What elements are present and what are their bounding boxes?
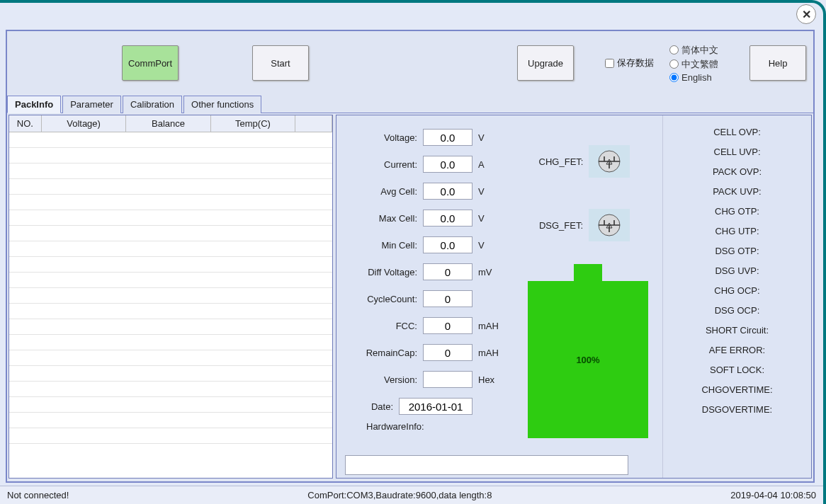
current-value[interactable]: [423, 156, 473, 173]
center-column: CHG_FET: DSG_FET: 100%: [507, 115, 662, 478]
table-row: [9, 382, 332, 397]
fault-chg-otp: CHG OTP:: [715, 206, 759, 217]
status-connection: Not connected!: [7, 490, 69, 500]
fault-chg-utp: CHG UTP:: [715, 226, 759, 236]
save-data-label: 保存数据: [617, 57, 654, 69]
col-no[interactable]: NO.: [9, 115, 42, 132]
col-temp[interactable]: Temp(C): [211, 115, 295, 132]
cycle-label: CycleCount:: [336, 294, 417, 304]
dsgfet-label: DSG_FET:: [539, 220, 583, 231]
info-panel: Voltage:V Current:A Avg Cell:V Max Cell:…: [336, 115, 812, 479]
upgrade-button[interactable]: Upgrade: [517, 45, 574, 81]
table-row: [9, 335, 332, 350]
language-radios: 简体中文 中文繁體 English: [669, 44, 718, 83]
table-row: [9, 148, 332, 164]
fault-dsg-otp: DSG OTP:: [715, 246, 759, 256]
toolbar: CommPort Start Upgrade 保存数据 简体中文 中文繁體 En…: [7, 31, 813, 95]
table-row: [9, 210, 332, 226]
comm-port-button[interactable]: CommPort: [122, 45, 179, 81]
table-row: [9, 132, 332, 148]
maxcell-value[interactable]: [423, 210, 473, 227]
save-data-check[interactable]: [605, 59, 614, 68]
battery-percent: 100%: [576, 355, 599, 365]
version-value[interactable]: [423, 371, 473, 388]
fault-softlock: SOFT LOCK:: [710, 365, 764, 375]
table-row: [9, 164, 332, 179]
current-label: Current:: [336, 159, 417, 170]
fcc-unit: mAH: [478, 321, 502, 331]
tab-body: NO. Voltage) Balance Temp(C): [7, 113, 813, 480]
start-button[interactable]: Start: [252, 45, 309, 81]
diffv-value[interactable]: [423, 263, 473, 280]
table-row: [9, 319, 332, 335]
fault-dsg-uvp: DSG UVP:: [715, 265, 759, 276]
table-row: [9, 195, 332, 210]
fault-cell-ovp: CELL OVP:: [713, 127, 761, 137]
table-row: [9, 226, 332, 241]
faults-column: CELL OVP: CELL UVP: PACK OVP: PACK UVP: …: [662, 115, 811, 478]
hwinfo-field[interactable]: [345, 455, 628, 475]
metrics-column: Voltage:V Current:A Avg Cell:V Max Cell:…: [336, 115, 507, 478]
fault-short: SHORT Circuit:: [706, 325, 769, 336]
status-datetime: 2019-04-04 10:08:50: [730, 490, 816, 500]
avgcell-label: Avg Cell:: [336, 186, 417, 197]
mincell-value[interactable]: [423, 236, 473, 253]
fault-pack-uvp: PACK UVP:: [713, 186, 761, 197]
table-row: [9, 413, 332, 428]
mincell-unit: V: [478, 240, 502, 251]
battery-icon: 100%: [528, 264, 648, 438]
tab-parameter[interactable]: Parameter: [62, 96, 121, 113]
table-row: [9, 179, 332, 195]
fault-dsgot: DSGOVERTIME:: [702, 404, 772, 415]
hwinfo-label: HardwareInfo:: [366, 421, 424, 432]
grid-header: NO. Voltage) Balance Temp(C): [9, 115, 332, 132]
save-data-checkbox[interactable]: 保存数据: [605, 57, 654, 69]
table-row: [9, 428, 332, 444]
table-row: [9, 273, 332, 288]
maxcell-label: Max Cell:: [336, 213, 417, 224]
table-row: [9, 397, 332, 413]
cycle-value[interactable]: [423, 290, 473, 307]
fault-afe: AFE ERROR:: [709, 345, 765, 355]
grid-rows: [9, 132, 332, 476]
fault-dsg-ocp: DSG OCP:: [715, 305, 760, 316]
date-label: Date:: [336, 401, 393, 412]
col-balance[interactable]: Balance: [126, 115, 210, 132]
voltage-value[interactable]: [423, 129, 473, 146]
tab-other[interactable]: Other functions: [183, 96, 261, 113]
fault-chg-ocp: CHG OCP:: [714, 285, 759, 296]
status-bar: Not connected! ComPort:COM3,Baudrate:960…: [0, 486, 823, 504]
tab-bar: PackInfo Parameter Calibration Other fun…: [7, 95, 813, 113]
fcc-value[interactable]: [423, 317, 473, 334]
mincell-label: Min Cell:: [336, 240, 417, 251]
avgcell-unit: V: [478, 186, 502, 197]
close-icon[interactable]: ✕: [796, 4, 816, 24]
fault-chgot: CHGOVERTIME:: [701, 384, 772, 395]
tab-calibration[interactable]: Calibration: [123, 96, 182, 113]
dsgfet-icon: [589, 209, 630, 241]
app-window: ✕ CommPort Start Upgrade 保存数据 简体中文 中文繁體 …: [0, 0, 826, 504]
col-voltage[interactable]: Voltage): [42, 115, 126, 132]
date-value[interactable]: [399, 398, 473, 415]
col-extra: [295, 115, 332, 132]
lang-traditional[interactable]: 中文繁體: [669, 58, 718, 71]
table-row: [9, 241, 332, 257]
table-row: [9, 304, 332, 319]
tab-packinfo[interactable]: PackInfo: [7, 96, 61, 113]
table-row: [9, 366, 332, 382]
lang-simplified[interactable]: 简体中文: [669, 44, 718, 57]
table-row: [9, 350, 332, 366]
cell-grid: NO. Voltage) Balance Temp(C): [9, 115, 333, 479]
fault-pack-ovp: PACK OVP:: [713, 166, 762, 177]
fcc-label: FCC:: [336, 321, 417, 331]
status-port: ComPort:COM3,Baudrate:9600,data length:8: [307, 490, 492, 500]
avgcell-value[interactable]: [423, 183, 473, 200]
voltage-label: Voltage:: [336, 132, 417, 143]
help-button[interactable]: Help: [749, 45, 806, 81]
remain-value[interactable]: [423, 344, 473, 361]
table-row: [9, 288, 332, 304]
current-unit: A: [478, 159, 502, 170]
maxcell-unit: V: [478, 213, 502, 224]
lang-english[interactable]: English: [669, 72, 718, 83]
chgfet-icon: [589, 145, 630, 178]
